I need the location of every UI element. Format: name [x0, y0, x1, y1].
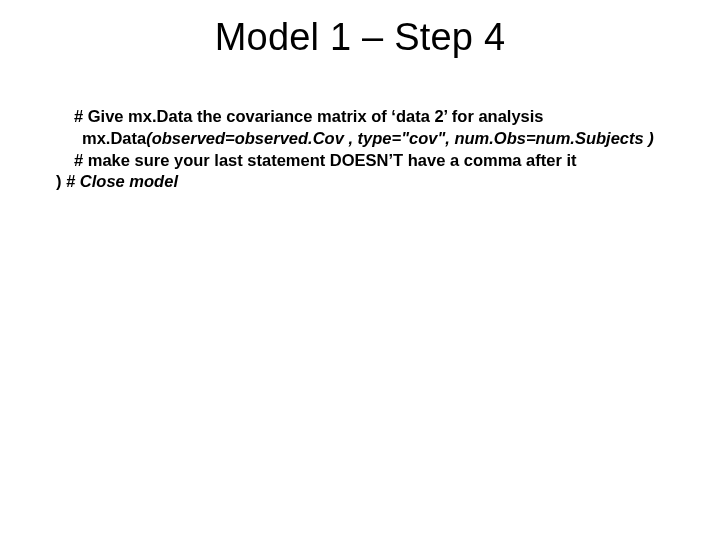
code-line-3: # make sure your last statement DOESN’T … — [44, 150, 676, 172]
code-line-4: ) # Close model — [44, 171, 676, 193]
code-line-1: # Give mx.Data the covariance matrix of … — [44, 106, 676, 128]
slide-title: Model 1 – Step 4 — [0, 16, 720, 59]
code-line-4-comment: # Close model — [66, 172, 178, 190]
code-line-2-func: mx.Data — [82, 129, 146, 147]
code-line-4-close: ) — [56, 172, 66, 190]
code-line-2-args: (observed=observed.Cov , type="cov", num… — [146, 129, 654, 147]
slide: Model 1 – Step 4 # Give mx.Data the cova… — [0, 0, 720, 540]
code-block: # Give mx.Data the covariance matrix of … — [44, 106, 676, 193]
code-line-2: mx.Data(observed=observed.Cov , type="co… — [44, 128, 676, 150]
